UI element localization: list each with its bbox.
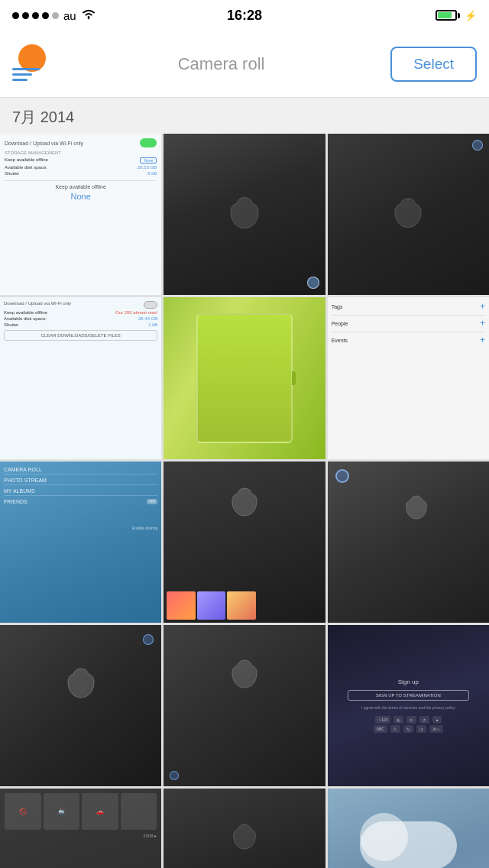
photo-item-3[interactable] bbox=[328, 134, 489, 295]
charging-icon: ⚡ bbox=[465, 10, 477, 21]
select-button[interactable]: Select bbox=[390, 47, 477, 82]
photo-item-8[interactable] bbox=[164, 462, 325, 623]
photo-item-11[interactable] bbox=[164, 625, 325, 786]
page-title: Camera roll bbox=[178, 54, 265, 74]
photo-item-9[interactable] bbox=[328, 462, 489, 623]
photo-item-2[interactable] bbox=[164, 134, 325, 295]
photo-item-13[interactable]: 🚫 🚢 🚗 2008 ▸ bbox=[0, 789, 161, 868]
wifi-icon bbox=[81, 8, 96, 23]
photo-item-7[interactable]: CAMERA ROLL PHOTO STREAM MY ALBUMS FRIEN… bbox=[0, 462, 161, 623]
photo-item-1[interactable]: Download / Upload via Wi-Fi only STORAGE… bbox=[0, 134, 161, 295]
logo-line-2 bbox=[12, 73, 32, 76]
photo-item-6[interactable]: Tags + People + Events + bbox=[328, 297, 489, 458]
status-bar: au 16:28 ⚡ bbox=[0, 0, 489, 31]
navigation-bar: Camera roll Select bbox=[0, 31, 489, 98]
signal-dot-2 bbox=[22, 12, 29, 19]
photo-grid: Download / Upload via Wi-Fi only STORAGE… bbox=[0, 134, 489, 868]
signal-dot-5 bbox=[52, 12, 59, 19]
photo-item-12[interactable]: Sign up SIGN UP TO STREAMINATION I agree… bbox=[328, 625, 489, 786]
battery-icon bbox=[436, 10, 460, 21]
signal-dot-1 bbox=[12, 12, 19, 19]
status-right: ⚡ bbox=[436, 10, 477, 21]
photo-item-5[interactable] bbox=[164, 297, 325, 458]
app-logo[interactable] bbox=[12, 44, 52, 84]
signal-dot-3 bbox=[32, 12, 39, 19]
carrier-label: au bbox=[63, 9, 76, 22]
photo-item-15[interactable]: ∞ bbox=[328, 789, 489, 868]
photo-item-10[interactable] bbox=[0, 625, 161, 786]
clock: 16:28 bbox=[227, 8, 262, 24]
photo-item-14[interactable]: ♫ bbox=[164, 789, 325, 868]
signal-dot-4 bbox=[42, 12, 49, 19]
logo-lines bbox=[12, 68, 40, 81]
section-header: 7月 2014 bbox=[0, 98, 489, 134]
photo-item-4[interactable]: Download / Upload via Wi-Fi only Keep av… bbox=[0, 297, 161, 458]
signal-strength bbox=[12, 12, 59, 19]
status-left: au bbox=[12, 8, 96, 23]
logo-line-3 bbox=[12, 79, 28, 81]
logo-line-1 bbox=[12, 68, 40, 70]
